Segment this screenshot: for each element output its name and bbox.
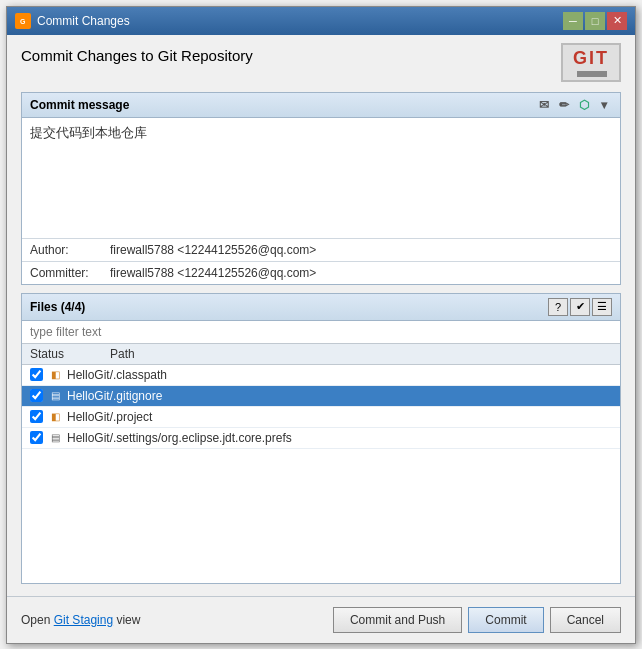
files-header-label: Files (4/4) — [30, 300, 85, 314]
maximize-button[interactable]: □ — [585, 12, 605, 30]
filter-input[interactable] — [22, 321, 620, 344]
file-path-1: HelloGit/.classpath — [67, 368, 167, 382]
file-table: Status Path ◧ HelloGit/.classpath ▤ Hell… — [22, 344, 620, 583]
file-table-header: Status Path — [22, 344, 620, 365]
title-bar-left: G Commit Changes — [15, 13, 130, 29]
git-staging-link[interactable]: Git Staging — [54, 613, 113, 627]
commit-and-push-button[interactable]: Commit and Push — [333, 607, 462, 633]
author-row: Author: firewall5788 <12244125526@qq.com… — [22, 238, 620, 261]
close-button[interactable]: ✕ — [607, 12, 627, 30]
files-check-all-button[interactable]: ✔ — [570, 298, 590, 316]
title-controls: ─ □ ✕ — [563, 12, 627, 30]
file-type-icon-1: ◧ — [47, 367, 63, 383]
minimize-button[interactable]: ─ — [563, 12, 583, 30]
file-checkbox-3[interactable] — [30, 410, 43, 423]
content-area: Commit Changes to Git Repository GIT Com… — [7, 35, 635, 596]
file-checkbox-2[interactable] — [30, 389, 43, 402]
author-label: Author: — [30, 243, 110, 257]
file-checkbox-4[interactable] — [30, 431, 43, 444]
edit-icon[interactable]: ✏ — [556, 97, 572, 113]
git-logo-text: GIT — [573, 48, 609, 68]
col-path-header: Path — [110, 347, 612, 361]
committer-value: firewall5788 <12244125526@qq.com> — [110, 266, 316, 280]
author-value: firewall5788 <12244125526@qq.com> — [110, 243, 316, 257]
file-path-4: HelloGit/.settings/org.eclipse.jdt.core.… — [67, 431, 292, 445]
table-row[interactable]: ◧ HelloGit/.classpath — [22, 365, 620, 386]
page-title: Commit Changes to Git Repository — [21, 47, 253, 64]
commit-message-input[interactable] — [22, 118, 620, 238]
branch-icon[interactable]: ⬡ — [576, 97, 592, 113]
file-path-2: HelloGit/.gitignore — [67, 389, 162, 403]
files-header: Files (4/4) ? ✔ ☰ — [22, 294, 620, 321]
main-window: G Commit Changes ─ □ ✕ Commit Changes to… — [6, 6, 636, 644]
dropdown-icon[interactable]: ▾ — [596, 97, 612, 113]
open-label: Open — [21, 613, 54, 627]
bottom-bar: Open Git Staging view Commit and Push Co… — [7, 596, 635, 643]
file-path-3: HelloGit/.project — [67, 410, 152, 424]
commit-message-panel: Commit message ✉ ✏ ⬡ ▾ Author: firewall5… — [21, 92, 621, 285]
files-header-icons: ? ✔ ☰ — [548, 298, 612, 316]
title-bar: G Commit Changes ─ □ ✕ — [7, 7, 635, 35]
committer-label: Committer: — [30, 266, 110, 280]
files-panel: Files (4/4) ? ✔ ☰ Status Path ◧ HelloGit… — [21, 293, 621, 584]
svg-text:G: G — [20, 18, 26, 25]
files-collapse-button[interactable]: ☰ — [592, 298, 612, 316]
table-row[interactable]: ▤ HelloGit/.gitignore — [22, 386, 620, 407]
commit-message-header: Commit message ✉ ✏ ⬡ ▾ — [22, 93, 620, 118]
committer-row: Committer: firewall5788 <12244125526@qq.… — [22, 261, 620, 284]
file-type-icon-4: ▤ — [47, 430, 63, 446]
page-header: Commit Changes to Git Repository GIT — [21, 47, 621, 82]
git-logo-bar — [577, 71, 607, 77]
email-icon[interactable]: ✉ — [536, 97, 552, 113]
files-help-button[interactable]: ? — [548, 298, 568, 316]
table-row[interactable]: ▤ HelloGit/.settings/org.eclipse.jdt.cor… — [22, 428, 620, 449]
bottom-buttons: Commit and Push Commit Cancel — [333, 607, 621, 633]
table-row[interactable]: ◧ HelloGit/.project — [22, 407, 620, 428]
file-type-icon-2: ▤ — [47, 388, 63, 404]
window-icon: G — [15, 13, 31, 29]
header-icons: ✉ ✏ ⬡ ▾ — [536, 97, 612, 113]
col-status-header: Status — [30, 347, 110, 361]
file-checkbox-1[interactable] — [30, 368, 43, 381]
git-logo: GIT — [561, 43, 621, 82]
view-label: view — [113, 613, 140, 627]
commit-message-label: Commit message — [30, 98, 129, 112]
bottom-left: Open Git Staging view — [21, 613, 140, 627]
file-type-icon-3: ◧ — [47, 409, 63, 425]
cancel-button[interactable]: Cancel — [550, 607, 621, 633]
commit-button[interactable]: Commit — [468, 607, 543, 633]
window-title: Commit Changes — [37, 14, 130, 28]
